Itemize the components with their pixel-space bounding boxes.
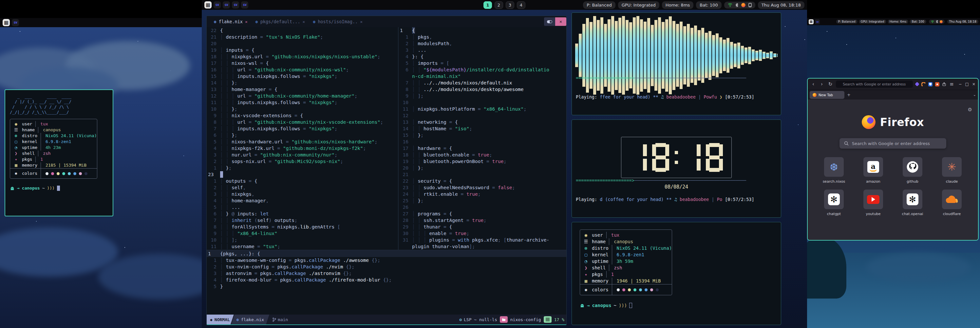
media-icon[interactable] bbox=[741, 3, 746, 7]
tab-list-chevron[interactable]: ⌄ bbox=[973, 93, 976, 97]
token: = bbox=[248, 119, 254, 125]
newtab-search-bar[interactable]: Search with Google or enter address bbox=[840, 138, 946, 149]
firefox-window[interactable]: ‹ › ↻ Search with Google or enter addres… bbox=[807, 78, 979, 241]
status-pill[interactable]: P: Balanced bbox=[836, 20, 858, 24]
nix-snowflake-icon: ❆ bbox=[237, 317, 239, 322]
terminal-cava[interactable]: =====================>──────────────────… bbox=[571, 13, 781, 115]
extension-icon-orange-arc[interactable] bbox=[921, 82, 926, 86]
extension-icon-purple[interactable] bbox=[915, 82, 919, 86]
new-tab-button[interactable]: + bbox=[847, 92, 851, 97]
fetch-row-memory: ▦memory2185 | 15394 MiB bbox=[10, 162, 97, 168]
status-pill[interactable]: Bat: 100 bbox=[910, 20, 926, 24]
status-pill[interactable]: Home: 8ms bbox=[662, 1, 694, 9]
editor-tab-pkgs-default-[interactable]: ❆pkgs/default...× bbox=[251, 16, 309, 27]
titlebar-close-button[interactable]: × bbox=[555, 17, 566, 26]
line-number: 8 bbox=[399, 86, 409, 93]
launcher-grid-icon[interactable]: ▦ bbox=[3, 19, 10, 26]
shortcut-tile-cloudflare[interactable]: cloudflare bbox=[938, 190, 966, 216]
token: } bbox=[232, 106, 234, 112]
launcher-grid-icon[interactable]: ▦ bbox=[204, 1, 212, 8]
back-button[interactable]: ‹ bbox=[810, 81, 816, 87]
clock-pill[interactable]: Thu Aug 08, 18:18 bbox=[947, 20, 978, 24]
status-pill[interactable]: Bat: 100 bbox=[696, 1, 721, 9]
line-number: 2 bbox=[207, 184, 216, 191]
token: "github:nix-community/nix-vscode-extensi… bbox=[255, 119, 380, 125]
workspace-4[interactable]: 4 bbox=[517, 1, 525, 9]
url-bar[interactable]: Search with Google or enter address bbox=[836, 81, 913, 88]
color-dot bbox=[68, 172, 71, 175]
editor-tab-hosts-isoImag-[interactable]: ❆hosts/isoImag..× bbox=[309, 16, 366, 27]
token: = bbox=[303, 73, 309, 79]
token: d (coffee for your head) ** bbox=[600, 197, 675, 202]
share-icon[interactable] bbox=[942, 82, 946, 86]
tag-icon[interactable]: $W bbox=[223, 1, 230, 8]
forward-button[interactable]: › bbox=[819, 81, 825, 87]
wifi-icon[interactable] bbox=[728, 3, 732, 7]
minimize-button[interactable]: − bbox=[959, 82, 962, 86]
tag-icon[interactable]: $W bbox=[12, 19, 19, 26]
bluetooth-icon[interactable] bbox=[936, 20, 938, 23]
token: tux-nvim-config bbox=[226, 263, 272, 270]
titlebar-toggle-button[interactable] bbox=[544, 17, 555, 26]
tile-label: amazon bbox=[866, 179, 880, 184]
tag-icon[interactable]: $W bbox=[241, 1, 248, 8]
code-line: 10│ │ ]; bbox=[207, 237, 398, 243]
code-line: 2│ │ sops-nix.url = "github:Mic92/sops-n… bbox=[207, 158, 398, 165]
shortcut-tile-amazon[interactable]: aamazon bbox=[859, 157, 887, 184]
menu-hamburger-icon[interactable]: ≡ bbox=[949, 81, 955, 87]
code-line: 5│ imports = [ bbox=[399, 60, 566, 67]
visualizer-bar bbox=[777, 54, 778, 57]
workspace-3[interactable]: 3 bbox=[506, 1, 514, 9]
token: ; bbox=[234, 79, 237, 86]
close-icon[interactable]: × bbox=[303, 19, 305, 24]
shortcut-tile-search-nixos[interactable]: ❆search.nixos bbox=[820, 157, 848, 184]
buffer-flake-nix[interactable]: 22{21│ description = "tux's NixOS Flake"… bbox=[207, 27, 398, 250]
editor-tab-flake-nix[interactable]: ❆flake.nix× bbox=[210, 16, 251, 27]
line-number: 1 bbox=[207, 257, 216, 263]
tag-icon[interactable]: $W bbox=[232, 1, 239, 8]
workspace-1[interactable]: 1 bbox=[484, 1, 492, 9]
status-pill[interactable]: Home: 6ms bbox=[888, 20, 908, 24]
shell-prompt[interactable]: →canopus~))) bbox=[10, 185, 108, 191]
gear-icon[interactable]: ⚙ bbox=[968, 107, 972, 113]
maximize-button[interactable]: □ bbox=[965, 82, 969, 86]
shortcut-tile-claude[interactable]: ✳claude bbox=[938, 157, 966, 184]
extension-icon-red[interactable] bbox=[935, 82, 939, 86]
reload-button[interactable]: ↻ bbox=[827, 81, 833, 87]
buffer-pkgs-default-nix[interactable]: 1{pkgs, ...}: {1│ tux-awesome-wm-config … bbox=[207, 250, 566, 315]
shell-prompt[interactable]: →canopus~))) bbox=[580, 303, 773, 308]
bluetooth-icon[interactable] bbox=[735, 3, 738, 7]
token: │ bbox=[412, 106, 418, 112]
shortcut-tile-github[interactable]: github bbox=[899, 157, 927, 184]
media-icon[interactable] bbox=[940, 20, 943, 23]
terminal-fastfetch-right[interactable]: ◉usertux☰hnamecanopus❆distroNixOS 24.11 … bbox=[571, 222, 781, 325]
shortcut-tile-chatgpt[interactable]: ✻chatgpt bbox=[820, 190, 848, 216]
status-pill[interactable]: GPU: Integrated bbox=[618, 1, 659, 9]
shortcut-tile-chat-openai[interactable]: ✻chat.openai bbox=[899, 190, 927, 216]
token: /installer/cd-dvd/installatio bbox=[466, 67, 549, 73]
launcher-grid-icon[interactable]: ▦ bbox=[809, 19, 814, 24]
terminal-fastfetch-left[interactable]: _ ___ ____ ____ / |/ (_)_ __/ __ \/ __/ … bbox=[5, 89, 113, 216]
neovim-window[interactable]: ❆flake.nix×❆pkgs/default...×❆hosts/isoIm… bbox=[206, 16, 566, 325]
branch-label: main bbox=[278, 317, 288, 322]
status-pill[interactable]: P: Balanced bbox=[583, 1, 615, 9]
fetch-value: 3h 59m bbox=[612, 258, 633, 265]
workspace-2[interactable]: 2 bbox=[495, 1, 503, 9]
terminal-clock[interactable]: 08/08/24 =====================>─────────… bbox=[571, 119, 781, 218]
shortcut-tile-youtube[interactable]: youtube bbox=[859, 190, 887, 216]
close-icon[interactable]: × bbox=[360, 19, 363, 24]
token: │ │ bbox=[220, 132, 232, 138]
fetch-row-user: ◉usertux bbox=[580, 230, 672, 238]
bitwarden-icon[interactable] bbox=[928, 82, 932, 86]
openai-icon: ✻ bbox=[828, 193, 840, 205]
buffer-iso-nix[interactable]: 1{1│ pkgs,2│ modulesPath,3│ ...4}: {5│ i… bbox=[399, 27, 566, 250]
tab-new-tab[interactable]: New Tab bbox=[810, 91, 845, 99]
wifi-icon[interactable] bbox=[931, 20, 934, 23]
phone-icon[interactable] bbox=[748, 3, 752, 7]
close-button[interactable]: × bbox=[972, 82, 975, 86]
tag-icon[interactable]: $W bbox=[815, 19, 820, 24]
status-pill[interactable]: GPU: Integrated bbox=[859, 20, 886, 24]
tag-icon[interactable]: $W bbox=[213, 1, 221, 8]
close-icon[interactable]: × bbox=[245, 19, 248, 24]
clock-pill[interactable]: Thu Aug 08, 18:18 bbox=[758, 1, 805, 9]
